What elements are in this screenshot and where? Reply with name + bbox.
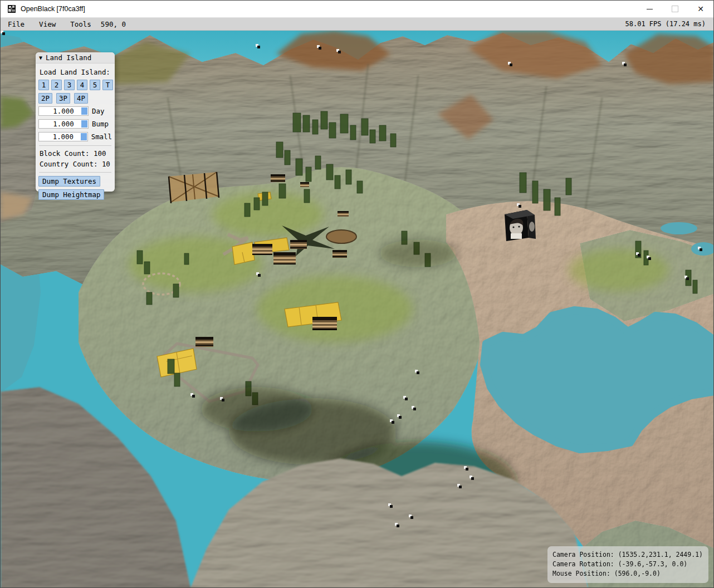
load-island-4p-button[interactable]: 4P [74, 93, 88, 104]
day-value: 1.000 [53, 107, 74, 115]
separator [39, 145, 111, 146]
camera-position-line: Camera Position: (1535.2,231.1, 2449.1) [552, 550, 703, 560]
panel-title: Land Island [46, 53, 91, 62]
load-island-3p-button[interactable]: 3P [56, 93, 70, 104]
load-island-4-button[interactable]: 4 [77, 80, 87, 90]
load-island-t-button[interactable]: T [102, 80, 113, 90]
small-value: 1.000 [53, 133, 74, 141]
menu-tools[interactable]: Tools [63, 20, 99, 28]
menu-file[interactable]: File [1, 20, 32, 28]
block-count: Block Count: 100 [40, 149, 112, 158]
menu-bar: File View Tools 590, 0 58.01 FPS (17.24 … [1, 18, 713, 31]
day-drag-input[interactable]: 1.000 [38, 106, 89, 116]
load-island-5-button[interactable]: 5 [90, 80, 100, 90]
close-icon: ✕ [697, 4, 704, 13]
small-drag-handle[interactable] [81, 133, 87, 140]
small-drag-input[interactable]: 1.000 [38, 132, 88, 141]
close-button[interactable]: ✕ [688, 1, 713, 17]
land-island-panel: ▼ Land Island Load Land Island: 1 2 3 4 … [36, 52, 115, 192]
bump-slider-row: 1.000 Bump [38, 119, 112, 129]
bump-label: Bump [92, 120, 109, 128]
player-button-row: 2P 3P 4P [38, 93, 112, 104]
small-label: Small [91, 133, 112, 141]
day-label: Day [92, 107, 104, 115]
load-island-2p-button[interactable]: 2P [38, 93, 52, 104]
maximize-button[interactable] [662, 1, 688, 17]
photo-cube [505, 210, 536, 241]
day-drag-handle[interactable] [81, 107, 87, 115]
app-window: OpenBlack [7f0ca3ff] ✕ File View Tools 5… [0, 0, 714, 588]
collapse-arrow-icon[interactable]: ▼ [39, 55, 42, 61]
island-button-row: 1 2 3 4 5 T [38, 80, 112, 90]
minimize-button[interactable] [637, 1, 662, 17]
fps-counter: 58.01 FPS (17.24 ms) [625, 20, 714, 28]
titlebar[interactable]: OpenBlack [7f0ca3ff] ✕ [1, 1, 713, 18]
viewport-3d[interactable]: ▼ Land Island Load Land Island: 1 2 3 4 … [1, 31, 714, 588]
minimize-icon [647, 9, 653, 9]
app-icon [7, 4, 16, 13]
load-island-2-button[interactable]: 2 [51, 80, 62, 90]
maximize-icon [672, 6, 678, 12]
camera-rotation-line: Camera Rotation: (-39.6,-57.3, 0.0) [552, 560, 703, 569]
menu-view[interactable]: View [32, 20, 63, 28]
menu-coordinates: 590, 0 [99, 20, 128, 28]
bump-value: 1.000 [53, 120, 74, 128]
land-island-panel-header[interactable]: ▼ Land Island [36, 52, 115, 63]
load-island-1-button[interactable]: 1 [38, 80, 49, 90]
window-title: OpenBlack [7f0ca3ff] [21, 5, 637, 13]
separator [39, 172, 111, 173]
dump-heightmap-button[interactable]: Dump Heightmap [38, 189, 104, 200]
load-island-3-button[interactable]: 3 [64, 80, 75, 90]
country-count: Country Count: 10 [40, 160, 112, 168]
mouse-position-line: Mouse Position: (596.0,-9.0) [552, 569, 703, 579]
dump-textures-button[interactable]: Dump Textures [38, 176, 100, 187]
bump-drag-input[interactable]: 1.000 [38, 119, 89, 129]
bump-drag-handle[interactable] [81, 120, 87, 128]
load-land-island-label: Load Land Island: [40, 68, 112, 76]
small-slider-row: 1.000 Small [38, 132, 112, 141]
day-slider-row: 1.000 Day [38, 106, 112, 116]
camera-debug-overlay: Camera Position: (1535.2,231.1, 2449.1) … [547, 546, 708, 583]
